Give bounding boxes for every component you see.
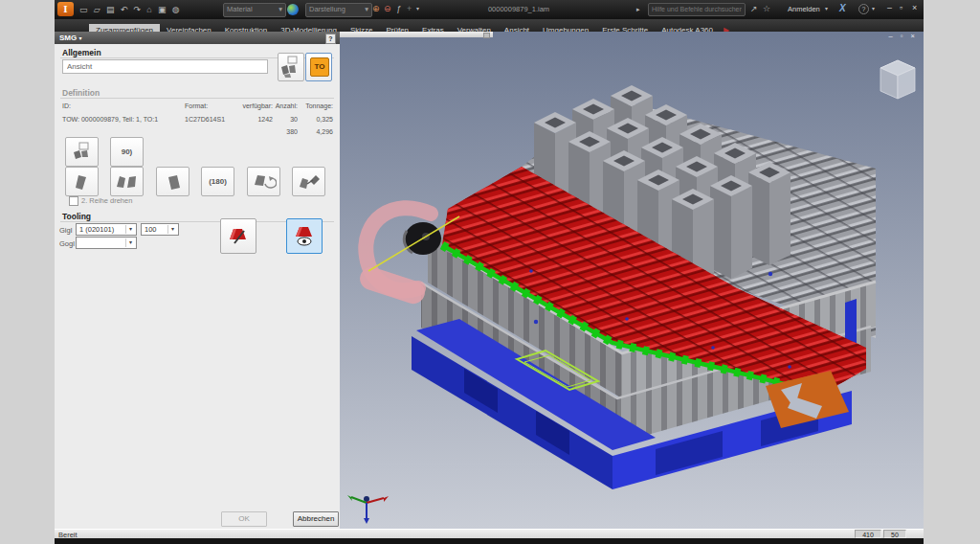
undo-icon[interactable]: ↶ [119, 1, 130, 18]
chevron-down-icon: ▾ [125, 238, 135, 247]
share-icon[interactable]: ↗ [750, 3, 758, 15]
tilted-block-icon [162, 171, 185, 191]
inventor-app-window: I ▭ ▱ ▤ ↶ ↷ ⌂ ▣ ◍ Material▾ Darstellung▾… [55, 0, 924, 544]
darstellung-dropdown[interactable]: Darstellung▾ [305, 3, 372, 17]
3d-viewport[interactable]: – ▫ × [340, 32, 924, 529]
desktop-background-right [924, 0, 980, 544]
capture-icon[interactable]: ▣ [156, 1, 168, 18]
allgemein-header: Allgemein [62, 48, 101, 57]
gigl-label: Gigl [59, 226, 72, 235]
document-title: 0000009879_1.iam [457, 0, 581, 18]
smg-dialog: SMG ▾ ? Allgemein TO [55, 32, 341, 529]
status-count-2: 50 [883, 530, 906, 538]
place-blocks-button[interactable] [292, 167, 325, 196]
quick-access-toolbar: ▭ ▱ ▤ ↶ ↷ ⌂ ▣ ◍ [78, 1, 182, 18]
gigl-count-select[interactable]: 100▾ [141, 223, 179, 236]
block-pair-icon [115, 171, 140, 191]
taskbar-edge [55, 538, 924, 544]
definition-header: Definition [62, 88, 100, 98]
minimize-button[interactable]: – [887, 3, 892, 12]
status-count-1: 410 [855, 530, 881, 538]
stones-view-button[interactable] [278, 53, 304, 81]
second-row-rotate-option: 2. Reihe drehen [81, 196, 132, 205]
material-ball-icon[interactable] [287, 4, 299, 15]
to-button[interactable]: TO [305, 53, 332, 81]
gigl-select[interactable]: 1 (020101)▾ [76, 223, 137, 236]
checkbox-label: 2. Reihe drehen [81, 196, 132, 205]
new-file-icon[interactable]: ▭ [78, 1, 90, 18]
material-dropdown[interactable]: Material▾ [223, 3, 286, 17]
definition-row: 380 4,296 [62, 128, 333, 135]
dialog-help-icon[interactable]: ? [325, 34, 336, 44]
origin-triad [347, 495, 389, 524]
title-bar: I ▭ ▱ ▤ ↶ ↷ ⌂ ▣ ◍ Material▾ Darstellung▾… [55, 0, 924, 19]
pan-icon[interactable]: + [407, 3, 412, 15]
screen: I ▭ ▱ ▤ ↶ ↷ ⌂ ▣ ◍ Material▾ Darstellung▾… [0, 0, 980, 544]
ribbon-tab-bar: ZusammenfügenVereinfachenKonstruktion3D-… [55, 19, 924, 32]
block-rotate-icon [252, 171, 277, 191]
chevron-down-icon: ▾ [167, 225, 177, 234]
blocks-arrow-icon [297, 171, 322, 191]
signin-caret-icon[interactable]: ▾ [825, 3, 828, 15]
viewcube[interactable] [880, 60, 915, 99]
3d-scene [340, 32, 924, 529]
fx-icon[interactable]: ƒ [396, 3, 401, 15]
cancel-button[interactable]: Abbrechen [293, 511, 339, 527]
panel-strip-button[interactable] [483, 33, 490, 38]
save-icon[interactable]: ▤ [104, 1, 117, 18]
collapsed-panel-strip [340, 32, 493, 37]
globe-icon[interactable]: ◍ [170, 1, 182, 18]
tilt-left-button[interactable] [65, 167, 99, 196]
restore-button[interactable]: ▫ [900, 3, 902, 12]
ansicht-field[interactable] [62, 59, 268, 74]
user-icon[interactable] [776, 5, 784, 13]
tooling-view-button[interactable] [286, 218, 323, 254]
red-tool-eye-icon [292, 224, 317, 247]
to-badge: TO [310, 57, 329, 77]
chevron-down-icon: ▾ [125, 225, 135, 234]
signin-button[interactable]: Anmelden [788, 3, 820, 15]
pair-blocks-button[interactable] [110, 167, 144, 196]
close-button[interactable]: × [912, 3, 917, 12]
toolbar-overflow-icon[interactable]: ▾ [416, 3, 419, 15]
checkbox[interactable] [69, 196, 78, 206]
gogl-select[interactable]: ▾ [76, 237, 137, 249]
redo-icon[interactable]: ↷ [131, 1, 143, 18]
document-window-controls[interactable]: – ▫ × [889, 32, 918, 40]
definition-row: TOW: 0000009879, Teil: 1, TO:1 1C27D614S… [62, 116, 333, 123]
client-area: SMG ▾ ? Allgemein TO [55, 32, 924, 529]
definition-column-headers: ID: Format: verfügbar: Anzahl: Tonnage: [62, 102, 333, 109]
open-folder-icon[interactable]: ▱ [92, 1, 102, 18]
swap-rotate-button[interactable] [247, 167, 280, 196]
stones-icon [71, 142, 94, 161]
pattern-button[interactable] [65, 137, 99, 167]
red-tool-pencil-icon [226, 224, 251, 247]
rotate-90-button[interactable]: 90) [110, 137, 144, 167]
chevron-down-icon: ▾ [278, 4, 282, 15]
zoom-out-icon[interactable]: ⊖ [384, 3, 391, 15]
smg-caret-icon: ▾ [78, 35, 81, 41]
help-icon[interactable]: ? [858, 4, 869, 14]
search-input[interactable] [649, 4, 745, 13]
stones-icon [278, 54, 301, 79]
exchange-apps-icon[interactable]: X [839, 3, 846, 13]
help-search [648, 3, 746, 16]
nav-arrow-icon[interactable]: ▸ [636, 3, 640, 15]
chevron-down-icon: ▾ [365, 4, 368, 15]
zoom-in-icon[interactable]: ⊕ [372, 3, 380, 15]
inventor-logo-icon[interactable]: I [57, 2, 74, 16]
smg-dialog-titlebar[interactable]: SMG ▾ ? [55, 32, 340, 44]
desktop-background-left [0, 0, 55, 544]
tooling-edit-button[interactable] [220, 218, 256, 254]
gogl-label: Gogl [59, 239, 75, 248]
help-caret-icon[interactable]: ▾ [872, 3, 875, 15]
rotate-180-button[interactable]: (180) [201, 167, 234, 196]
tilt-right-button[interactable] [156, 167, 189, 196]
star-icon[interactable]: ☆ [763, 3, 770, 15]
tilted-block-icon [71, 171, 94, 191]
tooling-header: Tooling [62, 212, 91, 221]
ok-button[interactable]: OK [221, 511, 267, 527]
home-icon[interactable]: ⌂ [145, 1, 153, 18]
